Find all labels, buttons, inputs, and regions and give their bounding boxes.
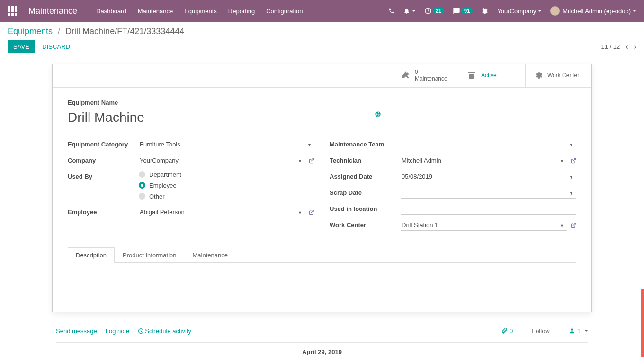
nav-reporting[interactable]: Reporting [228, 8, 255, 15]
stat-maint-label: Maintenance [415, 75, 447, 82]
assigned-date-input[interactable] [401, 171, 576, 182]
stat-maint-count: 0 [415, 69, 447, 75]
pager-prev[interactable]: ‹ [626, 43, 628, 51]
scrap-date-input[interactable] [401, 187, 576, 199]
form-sheet: 0 Maintenance Active Work Center Equipme… [52, 64, 592, 312]
stat-active-label: Active [481, 72, 497, 79]
stat-workcenter-label: Work Center [547, 72, 579, 79]
chat-badge: 91 [461, 8, 473, 14]
attachments-button[interactable]: 0 [501, 328, 513, 335]
separator [56, 342, 588, 343]
label-category: Equipment Category [68, 139, 139, 148]
svg-point-3 [571, 329, 573, 331]
chatter: Send message Log note Schedule activity … [52, 324, 592, 355]
nav-equipments[interactable]: Equipments [184, 8, 217, 15]
external-link-icon[interactable] [571, 158, 576, 164]
control-panel: Equipments / Drill Machine/FT/421/333344… [0, 22, 644, 53]
user-name: Mitchell Admin (ep-odoo) [563, 8, 631, 15]
label-location: Used in location [330, 203, 401, 212]
avatar [550, 6, 560, 16]
nav-configuration[interactable]: Configuration [266, 8, 303, 15]
stat-maintenance[interactable]: 0 Maintenance [393, 64, 459, 87]
team-input[interactable] [401, 139, 576, 150]
clock-icon[interactable]: 21 [424, 7, 444, 15]
nav-menu: Dashboard Maintenance Equipments Reporti… [96, 8, 303, 15]
tab-content[interactable] [68, 263, 576, 300]
nav-maintenance[interactable]: Maintenance [138, 8, 173, 15]
label-employee: Employee [68, 207, 139, 216]
save-button[interactable]: SAVE [8, 40, 35, 53]
pager-text: 11 / 12 [601, 43, 620, 50]
form-tabs: Description Product Information Maintena… [68, 247, 576, 263]
breadcrumb-root[interactable]: Equipments [8, 27, 53, 36]
tab-description[interactable]: Description [68, 247, 115, 263]
label-technician: Technician [330, 155, 401, 164]
external-link-icon[interactable] [309, 158, 314, 164]
follow-button[interactable]: Follow [532, 328, 550, 335]
wrench-icon [401, 71, 410, 80]
discard-button[interactable]: DISCARD [36, 40, 76, 53]
equipment-name-label: Equipment Name [68, 99, 576, 106]
radio-employee[interactable]: Employee [139, 182, 314, 189]
stat-buttons: 0 Maintenance Active Work Center [53, 64, 591, 88]
apps-icon[interactable] [8, 6, 17, 16]
schedule-activity-button[interactable]: Schedule activity [138, 328, 191, 335]
send-message-button[interactable]: Send message [56, 328, 97, 335]
company-input[interactable] [139, 155, 305, 166]
user-menu[interactable]: Mitchell Admin (ep-odoo) [550, 6, 636, 16]
location-input[interactable] [401, 203, 576, 215]
category-input[interactable] [139, 139, 314, 150]
cogs-icon [533, 71, 543, 80]
stat-active[interactable]: Active [459, 64, 525, 87]
company-switcher[interactable]: YourCompany [497, 8, 542, 15]
stat-workcenter[interactable]: Work Center [525, 64, 591, 87]
tab-product-info[interactable]: Product Information [115, 247, 184, 263]
equipment-name-input[interactable] [68, 108, 371, 127]
radio-department[interactable]: Department [139, 171, 314, 178]
bug-icon[interactable] [481, 7, 489, 15]
label-company: Company [68, 155, 139, 164]
followers-button[interactable]: 1 [569, 328, 588, 335]
label-scrap: Scrap Date [330, 187, 401, 196]
label-assigned: Assigned Date [330, 171, 401, 180]
technician-input[interactable] [401, 155, 567, 166]
phone-icon[interactable] [388, 8, 395, 14]
archive-icon [467, 71, 476, 80]
label-workcenter: Work Center [330, 219, 401, 228]
label-usedby: Used By [68, 171, 139, 180]
pager: 11 / 12 ‹ › [601, 43, 636, 51]
main-navbar: Maintenance Dashboard Maintenance Equipm… [0, 0, 644, 22]
nav-dashboard[interactable]: Dashboard [96, 8, 126, 15]
chat-icon[interactable]: 91 [453, 7, 473, 15]
breadcrumb-current: Drill Machine/FT/421/33334444 [65, 27, 184, 36]
label-team: Maintenance Team [330, 139, 401, 148]
clock-badge: 21 [433, 8, 444, 14]
bell-icon[interactable] [403, 8, 416, 14]
company-name: YourCompany [497, 8, 536, 15]
pager-next[interactable]: › [634, 43, 636, 51]
external-link-icon[interactable] [309, 209, 314, 215]
breadcrumb: Equipments / Drill Machine/FT/421/333344… [8, 27, 636, 36]
log-note-button[interactable]: Log note [106, 328, 130, 335]
chatter-date: April 29, 2019 [56, 348, 588, 355]
radio-other[interactable]: Other [139, 193, 314, 200]
tab-maintenance[interactable]: Maintenance [184, 247, 235, 263]
external-link-icon[interactable] [571, 222, 576, 228]
globe-icon[interactable] [375, 111, 381, 118]
app-brand: Maintenance [28, 6, 77, 16]
workcenter-input[interactable] [401, 219, 567, 231]
scrollbar[interactable] [641, 58, 644, 357]
employee-input[interactable] [139, 207, 305, 218]
